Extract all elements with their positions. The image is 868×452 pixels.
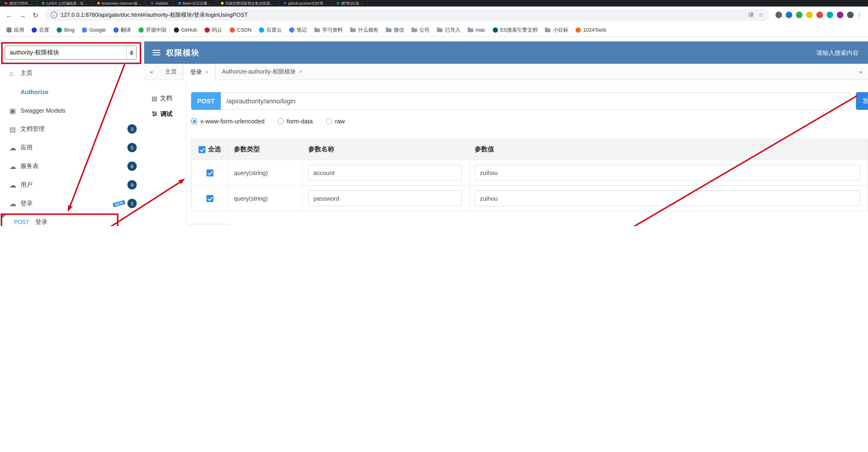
bookmark-item[interactable]: 百度云 [259,26,282,33]
close-icon[interactable]: × [205,69,208,76]
bookmark-item[interactable]: 笔记 [289,26,307,33]
reload-icon[interactable]: ↻ [33,11,38,19]
bookmark-item[interactable]: Bing [57,27,74,33]
sidebar-item-service[interactable]: ☁ 服务表 6 [0,157,144,175]
bookmark-item[interactable]: 学习资料 [314,26,343,33]
browser-tab[interactable]: 嗯?欧拉!温… [332,0,368,6]
doc-icon: ▤ [152,95,157,101]
browser-tab[interactable]: 回家的诱惑影视全集在线观… [216,0,279,6]
close-icon[interactable]: × [299,68,303,75]
tab-title: Habbits [156,1,168,5]
extension-icon[interactable] [816,12,823,18]
bookmark-item[interactable]: 开源中国 [138,26,166,33]
bookmark-item[interactable]: 翻译 [113,26,131,33]
browser-tab[interactable]: 建国70周年… [0,0,37,6]
bookmark-star-icon[interactable]: ☆ [758,12,764,18]
bookmark-item[interactable]: 应用 [6,26,24,33]
bookmark-icon [113,27,118,32]
response-tab-raw[interactable]: Raw [229,226,254,226]
tabs-scroll-right-icon[interactable]: » [854,64,868,80]
radio-raw[interactable]: raw [326,118,345,125]
mini-nav-doc[interactable]: ▤ 文档 [144,90,186,106]
bookmark-item[interactable]: Google [82,27,106,33]
param-value-input[interactable] [475,165,860,180]
bookmark-item[interactable]: ES搜索引擎文档 [493,26,537,33]
debug-panel: POST 发送 x-www-form-urlencoded form-data [186,80,868,226]
page-info-icon[interactable]: i [51,12,57,18]
browser-tab[interactable]: temporary-Internet-喻… [93,0,146,6]
browser-tab[interactable]: flask+仿写豆瓣… [173,0,216,6]
collapse-menu-icon[interactable] [153,50,160,55]
sidebar-item-home[interactable]: ⌂ 主页 [0,64,144,82]
row-checkbox[interactable] [206,195,213,202]
params-table-header: 全选 参数类型 参数名称 参数值 [191,139,868,160]
bookmark-item[interactable]: 什么都有 [350,26,378,33]
bookmark-item[interactable]: 已导入 [437,26,460,33]
bookmark-icon [545,28,551,32]
count-badge: 6 [127,162,137,171]
select-all-checkbox[interactable] [198,146,205,153]
param-value-input[interactable] [475,190,860,206]
tab-favicon [151,2,154,5]
header-search-input[interactable] [783,49,860,57]
response-tab-headers[interactable]: Headers [254,226,290,226]
back-icon[interactable]: ← [6,11,12,19]
count-badge: 9 [127,180,137,190]
browser-tab[interactable]: Habbits [146,0,173,6]
send-button[interactable]: 发送 [856,92,868,110]
bookmark-item[interactable]: GitHub [174,27,197,33]
browser-tab[interactable]: github-pusher/实时博… [279,0,332,6]
sidebar-item-login[interactable]: ☁ 登录 NEW 2 [0,194,144,213]
bookmark-item[interactable]: 微信 [386,26,404,33]
tab-favicon [5,2,7,5]
row-checkbox[interactable] [206,169,213,176]
extension-icon[interactable] [775,12,782,18]
tab-authorize-module[interactable]: Authorize-authority-权限模块 × [216,64,309,80]
extension-icon[interactable] [847,12,854,18]
sidebar-item-swagger-models[interactable]: ▣ Swagger Models [0,101,144,120]
translate-icon[interactable]: 译 [748,11,754,19]
extension-icon[interactable] [837,12,843,18]
browser-tab[interactable]: LaTeX 公式编辑器 - 在… [37,0,93,6]
response-tab-curl[interactable]: Curl [290,226,314,226]
bookmark-icon [174,27,179,32]
extension-icon[interactable] [786,12,792,18]
param-name-input[interactable] [308,190,462,206]
extension-icon[interactable] [827,12,833,18]
url-text[interactable]: 127.0.0.1:8760/api/gate/doc.html#/author… [61,11,743,19]
bookmark-item[interactable]: 码云 [205,26,222,33]
radio-x-www-form-urlencoded[interactable]: x-www-form-urlencoded [191,118,265,125]
sidebar-item-app[interactable]: ☁ 应用 5 [0,138,144,157]
forward-icon[interactable]: → [19,11,26,19]
mini-nav-debug[interactable]: 调试 [144,106,186,122]
bookmark-item[interactable]: 小目标 [545,26,568,33]
sidebar-item-user[interactable]: ☁ 用户 9 [0,175,144,194]
bookmark-label: GitHub [181,27,197,33]
bookmark-item[interactable]: 百度 [32,26,49,33]
bookmarks-bar: 应用 百度 Bing Google 翻译 [0,23,868,37]
browser-menu-icon[interactable]: ⋮ [857,11,862,19]
address-bar[interactable]: i 127.0.0.1:8760/api/gate/doc.html#/auth… [45,9,769,21]
tabs-scroll-left-icon[interactable]: « [144,64,158,80]
tab-title: flask+仿写豆瓣… [183,1,211,6]
bookmark-item[interactable]: mac [468,27,485,33]
radio-form-data[interactable]: form-data [278,118,313,125]
tab-login[interactable]: 登录 × [183,64,215,80]
param-name-input[interactable] [308,165,462,180]
sidebar-item-doc-manage[interactable]: ▤ 文档管理 3 [0,120,144,138]
tab-home[interactable]: 主页 [158,64,183,80]
extension-icon[interactable] [796,12,802,18]
extension-icon[interactable] [806,12,813,18]
bookmark-label: 微信 [394,26,404,33]
api-group-select[interactable]: authority-权限模块 [5,46,137,60]
sidebar-item-login-post[interactable]: POST 登录 [0,213,144,226]
sidebar-item-authorize[interactable]: Authorize [0,82,144,101]
bookmark-icon [205,27,210,32]
bookmark-item[interactable]: 1024Tools [576,27,607,33]
bookmark-item[interactable]: 公司 [411,26,430,33]
request-url-input[interactable] [221,92,850,110]
method-badge: POST [191,92,221,110]
response-tab-content[interactable]: 响应内容 [191,224,229,226]
bookmark-label: 小目标 [553,26,568,33]
bookmark-item[interactable]: CSDN [230,27,251,33]
